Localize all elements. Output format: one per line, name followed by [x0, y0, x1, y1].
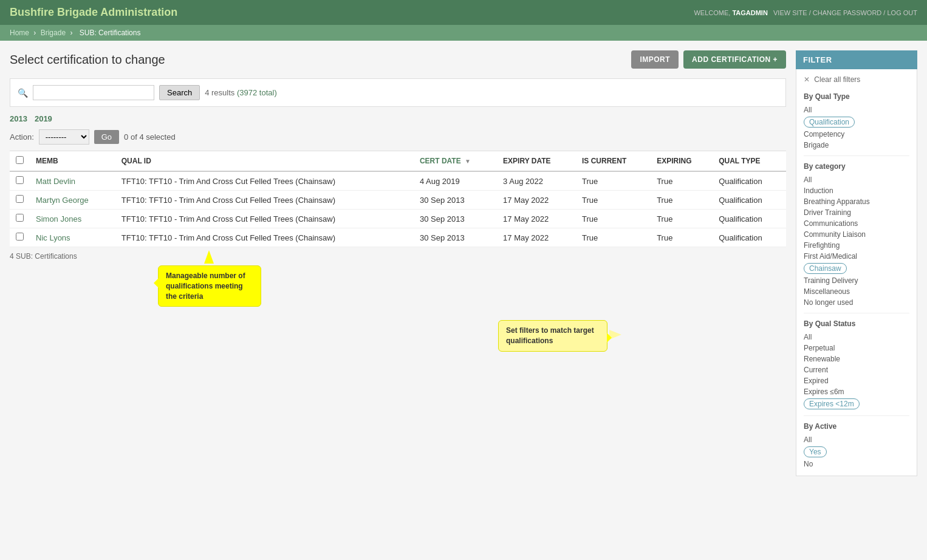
main-wrapper: Select certification to change IMPORT AD…	[0, 41, 927, 486]
member-link[interactable]: Matt Devlin	[36, 177, 75, 186]
sort-arrow-icon: ▼	[465, 158, 471, 165]
import-button[interactable]: IMPORT	[631, 50, 679, 69]
row-checkbox[interactable]	[16, 195, 24, 203]
tooltip-set-filters: Set filters to match target qualificatio…	[498, 320, 607, 352]
filter-cat-firefighting[interactable]: Firefighting	[804, 240, 909, 251]
filter-active-yes[interactable]: Yes	[804, 445, 909, 459]
col-qual-id[interactable]: QUAL ID	[115, 151, 414, 172]
col-cert-date[interactable]: CERT DATE ▼	[414, 151, 497, 172]
filter-cat-training-delivery[interactable]: Training Delivery	[804, 275, 909, 286]
select-all-checkbox[interactable]	[16, 156, 24, 164]
clear-filters[interactable]: ✕ Clear all filters	[804, 75, 909, 84]
filter-status-expires-12m[interactable]: Expires <12m	[804, 397, 909, 411]
filter-cat-all[interactable]: All	[804, 174, 909, 185]
row-memb[interactable]: Matt Devlin	[30, 171, 115, 191]
col-expiry-date[interactable]: EXPIRY DATE	[497, 151, 576, 172]
member-link[interactable]: Simon Jones	[36, 214, 81, 224]
filter-cat-induction[interactable]: Induction	[804, 185, 909, 196]
row-checkbox[interactable]	[16, 214, 24, 222]
row-expiry-date: 3 Aug 2022	[497, 171, 576, 191]
sidebar-filter: FILTER ✕ Clear all filters By Qual Type …	[796, 50, 917, 476]
filter-section-qual-type-title: By Qual Type	[804, 92, 909, 101]
filter-status-all[interactable]: All	[804, 332, 909, 343]
filter-cat-first-aid[interactable]: First Aid/Medical	[804, 251, 909, 262]
change-password-link[interactable]: CHANGE PASSWORD	[813, 9, 881, 16]
row-qual-type: Qualification	[713, 228, 786, 247]
go-button[interactable]: Go	[94, 130, 119, 144]
username: TAGADMIN	[732, 9, 767, 16]
filter-status-expires-6m[interactable]: Expires ≤6m	[804, 386, 909, 397]
app-title: Bushfire Brigade Administration	[10, 6, 177, 19]
divider-2	[804, 313, 909, 313]
row-qual-id: TFT10: TFT10 - Trim And Cross Cut Felled…	[115, 171, 414, 191]
row-qual-type: Qualification	[713, 171, 786, 191]
row-checkbox[interactable]	[16, 233, 24, 241]
filter-qual-type-all[interactable]: All	[804, 104, 909, 115]
breadcrumb-current: SUB: Certifications	[80, 29, 141, 37]
filter-status-renewable[interactable]: Renewable	[804, 353, 909, 364]
row-expiry-date: 17 May 2022	[497, 191, 576, 210]
row-checkbox-cell[interactable]	[10, 191, 30, 210]
action-select[interactable]: --------	[39, 129, 89, 145]
row-is-current: True	[576, 191, 651, 210]
row-expiring: True	[651, 210, 713, 228]
add-certification-button[interactable]: ADD CERTIFICATION +	[683, 50, 786, 69]
search-button[interactable]: Search	[159, 85, 200, 100]
filter-active-all[interactable]: All	[804, 434, 909, 445]
logout-link[interactable]: LOG OUT	[887, 9, 917, 16]
filter-cat-community-liaison[interactable]: Community Liaison	[804, 229, 909, 240]
filter-status-current[interactable]: Current	[804, 364, 909, 375]
filter-cat-driver-training[interactable]: Driver Training	[804, 207, 909, 218]
filter-cat-no-longer-used[interactable]: No longer used	[804, 297, 909, 308]
table-row: Nic Lyons TFT10: TFT10 - Trim And Cross …	[10, 228, 786, 247]
filter-status-perpetual[interactable]: Perpetual	[804, 343, 909, 353]
row-checkbox-cell[interactable]	[10, 210, 30, 228]
filter-section-active-title: By Active	[804, 422, 909, 431]
breadcrumb-home[interactable]: Home	[10, 29, 29, 37]
content-area: Select certification to change IMPORT AD…	[10, 50, 786, 476]
filter-active-no[interactable]: No	[804, 459, 909, 470]
table-row: Simon Jones TFT10: TFT10 - Trim And Cros…	[10, 210, 786, 228]
row-memb[interactable]: Martyn George	[30, 191, 115, 210]
row-memb[interactable]: Simon Jones	[30, 210, 115, 228]
filter-cat-breathing[interactable]: Breathing Apparatus	[804, 196, 909, 207]
col-qual-type[interactable]: QUAL TYPE	[713, 151, 786, 172]
filter-qual-type-competency[interactable]: Competency	[804, 129, 909, 140]
page-header: Select certification to change IMPORT AD…	[10, 50, 786, 69]
filter-cat-communications[interactable]: Communications	[804, 218, 909, 229]
row-checkbox-cell[interactable]	[10, 228, 30, 247]
row-cert-date: 30 Sep 2013	[414, 191, 497, 210]
year-filter-2013[interactable]: 2013	[10, 114, 27, 123]
row-checkbox-cell[interactable]	[10, 171, 30, 191]
table-footer: 4 SUB: Certifications	[10, 252, 786, 261]
member-link[interactable]: Nic Lyons	[36, 233, 70, 242]
col-expiring[interactable]: EXPIRING	[651, 151, 713, 172]
filter-qual-type-qualification[interactable]: Qualification	[804, 115, 909, 129]
row-cert-date: 30 Sep 2013	[414, 228, 497, 247]
col-is-current[interactable]: IS CURRENT	[576, 151, 651, 172]
row-qual-id: TFT10: TFT10 - Trim And Cross Cut Felled…	[115, 191, 414, 210]
filter-cat-miscellaneous[interactable]: Miscellaneous	[804, 286, 909, 297]
top-nav: Bushfire Brigade Administration WELCOME,…	[0, 0, 927, 25]
table-row: Matt Devlin TFT10: TFT10 - Trim And Cros…	[10, 171, 786, 191]
row-cert-date: 4 Aug 2019	[414, 171, 497, 191]
row-is-current: True	[576, 171, 651, 191]
filter-cat-chainsaw[interactable]: Chainsaw	[804, 262, 909, 275]
filter-section-category-title: By category	[804, 162, 909, 171]
select-all-header[interactable]	[10, 151, 30, 172]
row-checkbox[interactable]	[16, 176, 24, 184]
breadcrumb-brigade[interactable]: Brigade	[41, 29, 66, 37]
view-site-link[interactable]: VIEW SITE	[773, 9, 807, 16]
breadcrumb: Home › Brigade › SUB: Certifications	[0, 25, 927, 41]
action-bar: Action: -------- Go 0 of 4 selected	[10, 129, 786, 145]
filter-qual-type-brigade[interactable]: Brigade	[804, 140, 909, 151]
search-input[interactable]	[33, 85, 154, 100]
row-memb[interactable]: Nic Lyons	[30, 228, 115, 247]
year-filter-2019[interactable]: 2019	[35, 114, 52, 123]
user-info: WELCOME, TAGADMIN VIEW SITE / CHANGE PAS…	[694, 9, 917, 16]
col-memb[interactable]: MEMB	[30, 151, 115, 172]
action-label: Action:	[10, 132, 34, 142]
year-filters: 2013 2019	[10, 114, 786, 123]
filter-status-expired[interactable]: Expired	[804, 375, 909, 386]
member-link[interactable]: Martyn George	[36, 196, 89, 205]
